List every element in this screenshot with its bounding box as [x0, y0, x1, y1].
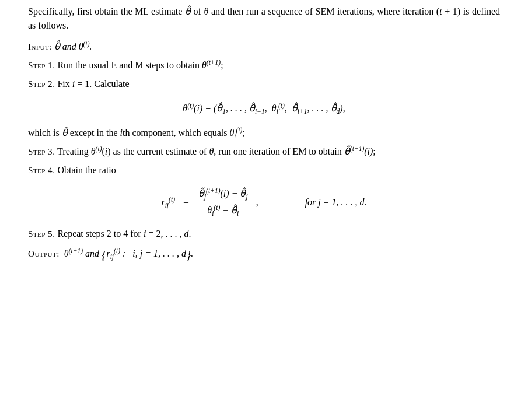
step1-block: Step 1. Run the usual E and M steps to o… — [28, 58, 500, 72]
step4-content: Obtain the ratio — [57, 165, 116, 175]
step1-line: Step 1. Run the usual E and M steps to o… — [28, 58, 500, 72]
ratio-equation-left: rij(t) = θ̃j(t+1)(i) − θ̂j θi(t) − θ̂i , — [161, 187, 258, 218]
output-block: Output: θ(t+1) and {rij(t) : i, j = 1, .… — [28, 246, 500, 264]
fraction-denominator: θi(t) − θ̂i — [206, 202, 240, 218]
step1-content: Run the usual E and M steps to obtain θ(… — [57, 60, 223, 70]
input-label: Input: — [28, 41, 52, 51]
step5-content: Repeat steps 2 to 4 for i = 2, . . . , d… — [57, 229, 191, 239]
step3-content: Treating θ(t)(i) — [57, 146, 111, 156]
step2-note: which is θ̂ except in the ith component,… — [28, 126, 500, 140]
step2-line: Step 2. Fix i = 1. Calculate — [28, 77, 500, 91]
output-label: Output: — [28, 249, 60, 258]
step4-equation: rij(t) = θ̃j(t+1)(i) − θ̂j θi(t) − θ̂i ,… — [28, 187, 500, 218]
step3-block: Step 3. Treating θ(t)(i) as the current … — [28, 145, 500, 159]
output-content: θ(t+1) and {rij(t) : i, j = 1, . . . , d… — [62, 249, 194, 258]
step2-block: Step 2. Fix i = 1. Calculate θ(t)(i) = (… — [28, 77, 500, 140]
step4-line: Step 4. Obtain the ratio — [28, 163, 500, 177]
step5-line: Step 5. Repeat steps 2 to 4 for i = 2, .… — [28, 227, 500, 241]
step3-line: Step 3. Treating θ(t)(i) as the current … — [28, 145, 500, 159]
input-line: Input: θ̂ and θ(t). — [28, 40, 500, 54]
input-block: Input: θ̂ and θ(t). — [28, 40, 500, 54]
step2-content: Fix i = 1. Calculate — [57, 79, 129, 89]
fraction: θ̃j(t+1)(i) − θ̂j θi(t) − θ̂i — [197, 187, 249, 218]
step2-label: Step 2. — [28, 79, 55, 89]
theta-hat-inline: θ̂ — [185, 6, 191, 16]
step3-label: Step 3. — [28, 146, 55, 156]
input-math: θ̂ and θ(t). — [54, 41, 92, 51]
step5-block: Step 5. Repeat steps 2 to 4 for i = 2, .… — [28, 227, 500, 241]
step5-label: Step 5. — [28, 229, 55, 239]
step2-equation: θ(t)(i) = (θ̂1, . . . , θ̂i−1, θi(t), θ̂… — [28, 102, 500, 116]
page-content: Specifically, first obtain the ML estima… — [28, 5, 500, 264]
intro-paragraph: Specifically, first obtain the ML estima… — [28, 5, 500, 33]
ratio-equation-right: for j = 1, . . . , d. — [305, 195, 367, 209]
output-line: Output: θ(t+1) and {rij(t) : i, j = 1, .… — [28, 246, 500, 264]
step4-block: Step 4. Obtain the ratio rij(t) = θ̃j(t+… — [28, 163, 500, 218]
step4-label: Step 4. — [28, 165, 55, 175]
fraction-numerator: θ̃j(t+1)(i) − θ̂j — [197, 187, 249, 202]
step1-label: Step 1. — [28, 60, 55, 70]
